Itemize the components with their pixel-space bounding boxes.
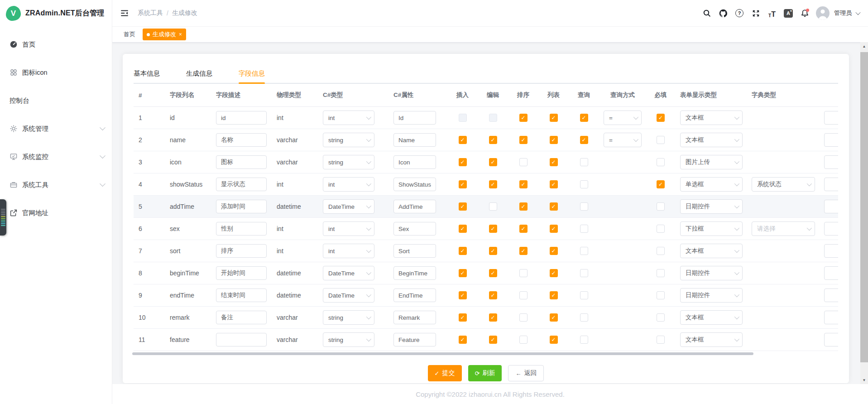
tag-home[interactable]: 首页	[124, 30, 135, 38]
submit-button[interactable]: ✓提交	[428, 365, 462, 381]
required-checkbox[interactable]	[657, 158, 665, 166]
vertical-scrollbar-thumb[interactable]	[860, 52, 868, 362]
cs_prop-input[interactable]	[393, 244, 436, 258]
display_type-select[interactable]: 文本框	[680, 310, 743, 325]
extra-input[interactable]	[824, 311, 838, 324]
required-checkbox[interactable]	[657, 336, 665, 344]
sidebar-item-icons[interactable]: 图标icon	[0, 58, 112, 87]
edit-checkbox[interactable]: ✓	[489, 269, 497, 277]
sidebar-item-home[interactable]: 首页	[0, 30, 112, 58]
insert-checkbox[interactable]: ✓	[459, 158, 467, 166]
extra-input[interactable]	[824, 289, 838, 302]
cs_prop-input[interactable]	[393, 178, 436, 191]
sort-checkbox[interactable]	[519, 269, 528, 277]
list-checkbox[interactable]: ✓	[550, 336, 558, 344]
back-button[interactable]: ←返回	[508, 365, 544, 381]
required-checkbox[interactable]	[657, 247, 665, 255]
search-icon[interactable]	[702, 8, 712, 18]
query-checkbox[interactable]	[580, 247, 588, 255]
tab-basic-info[interactable]: 基本信息	[134, 64, 160, 83]
sidebar-item-system-tools[interactable]: 系统工具	[0, 171, 112, 199]
sort-checkbox[interactable]	[519, 336, 528, 344]
breadcrumb-item[interactable]: 系统工具	[138, 9, 163, 17]
edit-checkbox[interactable]: ✓	[489, 225, 497, 233]
sort-checkbox[interactable]: ✓	[519, 136, 528, 144]
bell-icon[interactable]	[800, 8, 810, 18]
query-checkbox[interactable]: ✓	[580, 136, 588, 144]
sidebar-item-system-manage[interactable]: 系统管理	[0, 115, 112, 143]
vertical-scrollbar[interactable]: ▲ ▼	[860, 42, 868, 384]
insert-checkbox[interactable]: ✓	[459, 247, 467, 255]
desc-input[interactable]	[216, 133, 267, 147]
edit-checkbox[interactable]: ✓	[489, 136, 497, 144]
cs_type-select[interactable]: string	[323, 155, 374, 169]
sort-checkbox[interactable]	[519, 158, 528, 166]
user-name[interactable]: 管理员	[834, 9, 852, 17]
required-checkbox[interactable]	[657, 225, 665, 233]
extra-input[interactable]	[824, 133, 838, 147]
cs_type-select[interactable]: int	[323, 221, 374, 236]
required-checkbox[interactable]: ✓	[657, 180, 665, 188]
cs_prop-input[interactable]	[393, 333, 436, 346]
cs_prop-input[interactable]	[393, 111, 436, 125]
insert-checkbox[interactable]: ✓	[459, 136, 467, 144]
display_type-select[interactable]: 日期控件	[680, 266, 743, 280]
extra-input[interactable]	[824, 266, 838, 280]
query-checkbox[interactable]	[580, 291, 588, 299]
desc-input[interactable]	[216, 333, 267, 346]
display_type-select[interactable]: 下拉框	[680, 221, 743, 236]
cs_type-select[interactable]: DateTime	[323, 199, 374, 214]
extra-input[interactable]	[824, 244, 838, 258]
fullscreen-icon[interactable]	[751, 8, 761, 18]
horizontal-scrollbar-thumb[interactable]	[132, 352, 753, 355]
avatar[interactable]	[816, 6, 830, 20]
cs_type-select[interactable]: string	[323, 133, 374, 147]
translate-icon[interactable]: Ax	[783, 8, 793, 18]
scroll-up-arrow[interactable]: ▲	[860, 43, 868, 49]
desc-input[interactable]	[216, 244, 267, 258]
sort-checkbox[interactable]: ✓	[519, 202, 528, 211]
cs_type-select[interactable]: string	[323, 310, 374, 325]
query-checkbox[interactable]	[580, 336, 588, 344]
github-icon[interactable]	[718, 8, 728, 18]
cs_type-select[interactable]: int	[323, 244, 374, 258]
insert-checkbox[interactable]: ✓	[459, 291, 467, 299]
cs_prop-input[interactable]	[393, 311, 436, 324]
display_type-select[interactable]: 日期控件	[680, 288, 743, 303]
query_mode-select[interactable]: =	[604, 111, 642, 125]
cs_type-select[interactable]: DateTime	[323, 266, 374, 280]
cs_prop-input[interactable]	[393, 266, 436, 280]
required-checkbox[interactable]: ✓	[657, 114, 665, 122]
required-checkbox[interactable]	[657, 291, 665, 299]
required-checkbox[interactable]	[657, 202, 665, 211]
display_type-select[interactable]: 文本框	[680, 332, 743, 347]
required-checkbox[interactable]	[657, 269, 665, 277]
cs_type-select[interactable]: string	[323, 332, 374, 347]
cs_prop-input[interactable]	[393, 222, 436, 236]
sidebar-item-system-monitor[interactable]: 系统监控	[0, 143, 112, 171]
scroll-down-arrow[interactable]: ▼	[860, 377, 868, 383]
desc-input[interactable]	[216, 311, 267, 324]
list-checkbox[interactable]: ✓	[550, 291, 558, 299]
desc-input[interactable]	[216, 111, 267, 125]
list-checkbox[interactable]: ✓	[550, 269, 558, 277]
dict_type-select[interactable]: 请选择	[752, 221, 815, 236]
required-checkbox[interactable]	[657, 136, 665, 144]
help-icon[interactable]: ?	[734, 8, 744, 18]
display_type-select[interactable]: 文本框	[680, 244, 743, 258]
sort-checkbox[interactable]: ✓	[519, 114, 528, 122]
sort-checkbox[interactable]: ✓	[519, 180, 528, 188]
cs_type-select[interactable]: int	[323, 177, 374, 192]
tag-active-generate-edit[interactable]: 生成修改 ×	[143, 29, 186, 40]
sidebar-item-official-site[interactable]: 官网地址	[0, 199, 112, 227]
edit-checkbox[interactable]: ✓	[489, 180, 497, 188]
display_type-select[interactable]: 文本框	[680, 111, 743, 125]
menu-collapse-icon[interactable]	[120, 8, 129, 18]
sort-checkbox[interactable]	[519, 313, 528, 322]
sort-checkbox[interactable]: ✓	[519, 247, 528, 255]
query-checkbox[interactable]	[580, 313, 588, 322]
list-checkbox[interactable]: ✓	[550, 313, 558, 322]
display_type-select[interactable]: 单选框	[680, 177, 743, 192]
edit-checkbox[interactable]: ✓	[489, 291, 497, 299]
edit-checkbox[interactable]: ✓	[489, 336, 497, 344]
